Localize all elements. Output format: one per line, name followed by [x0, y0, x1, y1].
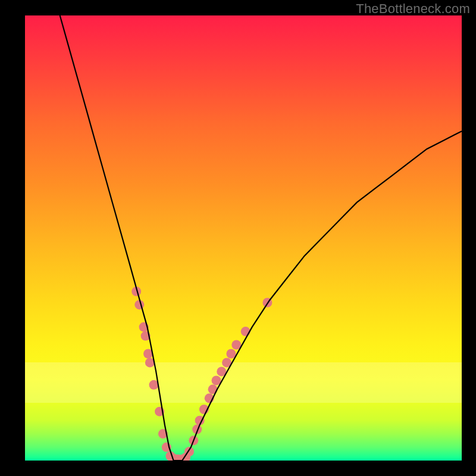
chart-frame: TheBottleneck.com [0, 0, 476, 476]
plot-area [25, 15, 462, 461]
watermark-text: TheBottleneck.com [356, 1, 470, 17]
